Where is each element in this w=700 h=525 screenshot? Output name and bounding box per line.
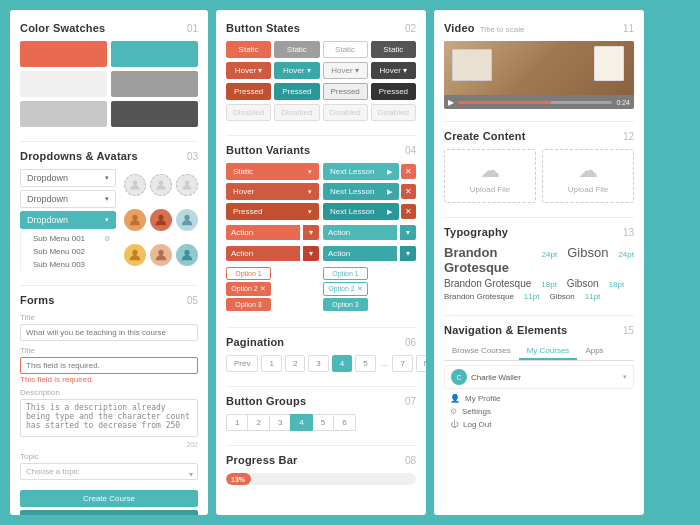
- play-icon[interactable]: ▶: [448, 98, 454, 107]
- submenu-3[interactable]: Sub Menu 003: [20, 258, 116, 271]
- upload-box-1[interactable]: ☁ Upload File: [444, 149, 536, 203]
- page-btn-4-active[interactable]: 4: [332, 355, 352, 372]
- btn-static-4[interactable]: Static: [371, 41, 416, 58]
- action-drop-4[interactable]: ▾: [400, 246, 416, 261]
- nav-user-row[interactable]: C Charlie Waller ▾: [444, 365, 634, 389]
- creating-button[interactable]: Your course is being created...: [20, 510, 198, 515]
- gbtn-2[interactable]: 2: [247, 414, 268, 431]
- svg-point-0: [133, 180, 138, 185]
- pagination-prev[interactable]: Prev: [226, 355, 258, 372]
- dropdown-2[interactable]: Dropdown ▾: [20, 190, 116, 208]
- dropdown-1[interactable]: Dropdown ▾: [20, 169, 116, 187]
- page-btn-7[interactable]: 7: [392, 355, 412, 372]
- progress-bar-number: 08: [405, 455, 416, 466]
- topic-select[interactable]: Choose a topic: [20, 463, 198, 480]
- button-states-title: Button States: [226, 22, 300, 34]
- submenu-2[interactable]: Sub Menu 002: [20, 245, 116, 258]
- nav-menu-profile[interactable]: 👤 My Profile: [444, 392, 634, 405]
- upload-box-2[interactable]: ☁ Upload File: [542, 149, 634, 203]
- submenu-1[interactable]: Sub Menu 001 ⚙: [20, 232, 116, 245]
- gbtn-5[interactable]: 5: [312, 414, 333, 431]
- option-3-2[interactable]: Option 3: [323, 298, 368, 311]
- btn-var-x-3[interactable]: ✕: [401, 204, 416, 219]
- dropdown-section: Dropdown ▾ Dropdown ▾ Dropdown ▾ Sub Men…: [20, 169, 116, 271]
- btn-hover-2[interactable]: Hover ▾: [274, 62, 319, 79]
- page-btn-3[interactable]: 3: [308, 355, 328, 372]
- create-course-button[interactable]: Create Course: [20, 490, 198, 507]
- btn-var-label-4: Next Lesson: [330, 187, 374, 196]
- typo-row-1: Brandon Grotesque 24pt Gibson 24pt: [444, 245, 634, 275]
- option-check-icon-2: ✕: [357, 285, 363, 292]
- upload-icon-1: ☁: [449, 158, 531, 182]
- action-drop-3[interactable]: ▾: [303, 246, 319, 261]
- gbtn-4-active[interactable]: 4: [290, 414, 311, 431]
- action-btn-3[interactable]: Action: [226, 246, 300, 261]
- gbtn-1[interactable]: 1: [226, 414, 247, 431]
- btn-hover-1[interactable]: Hover ▾: [226, 62, 271, 79]
- option-1-1[interactable]: Option 1: [226, 267, 271, 280]
- nav-menu-logout[interactable]: ⏻ Log Out: [444, 418, 634, 431]
- btn-pressed-4[interactable]: Pressed: [371, 83, 416, 100]
- typo-row-2: Brandon Grotesque 18pt Gibson 18pt: [444, 278, 634, 289]
- btn-static-1[interactable]: Static: [226, 41, 271, 58]
- nav-tab-browse[interactable]: Browse Courses: [444, 343, 519, 360]
- btn-pressed-2[interactable]: Pressed: [274, 83, 319, 100]
- nav-tab-my-courses[interactable]: My Courses: [519, 343, 578, 360]
- btn-static-3[interactable]: Static: [323, 41, 368, 58]
- action-btn-2[interactable]: Action: [323, 225, 397, 240]
- button-groups-header: Button Groups 07: [226, 395, 416, 407]
- nav-menu-settings[interactable]: ⚙ Settings: [444, 405, 634, 418]
- dropdown-3-active[interactable]: Dropdown ▾: [20, 211, 116, 229]
- btn-pressed-3[interactable]: Pressed: [323, 83, 368, 100]
- title-input[interactable]: [20, 324, 198, 341]
- pagination-section: Pagination 06 Prev 1 2 3 4 5 ... 7 Next: [226, 336, 416, 372]
- gbtn-3[interactable]: 3: [269, 414, 290, 431]
- pagination-number: 06: [405, 337, 416, 348]
- btn-disabled-2[interactable]: Disabled: [274, 104, 319, 121]
- btn-states-row-3: Pressed Pressed Pressed Pressed: [226, 83, 416, 100]
- color-swatches-header: Color Swatches 01: [20, 22, 198, 34]
- btn-hover-4[interactable]: Hover ▾: [371, 62, 416, 79]
- page-btn-1[interactable]: 1: [261, 355, 281, 372]
- action-btn-1[interactable]: Action: [226, 225, 300, 240]
- btn-pressed-1[interactable]: Pressed: [226, 83, 271, 100]
- btn-disabled-3[interactable]: Disabled: [323, 104, 368, 121]
- btn-var-next-1[interactable]: Next Lesson ▶: [323, 163, 399, 180]
- action-row-3: Action ▾: [226, 246, 319, 261]
- btn-var-static-1[interactable]: Static ▾: [226, 163, 319, 180]
- action-drop-2[interactable]: ▾: [400, 225, 416, 240]
- action-drop-1[interactable]: ▾: [303, 225, 319, 240]
- nav-tab-apps[interactable]: Apps: [577, 343, 611, 360]
- btn-static-2[interactable]: Static: [274, 41, 319, 58]
- action-btn-4[interactable]: Action: [323, 246, 397, 261]
- btn-var-next-3[interactable]: Next Lesson ▶: [323, 203, 399, 220]
- title2-input[interactable]: [20, 357, 198, 374]
- swatches-grid: [20, 41, 198, 127]
- option-3-1[interactable]: Option 3: [226, 298, 271, 311]
- svg-point-2: [185, 180, 190, 185]
- gbtn-6[interactable]: 6: [333, 414, 355, 431]
- option-2-2[interactable]: Option 2 ✕: [323, 282, 368, 296]
- video-time: 0:24: [616, 99, 630, 106]
- nav-menu-settings-label: Settings: [462, 407, 491, 416]
- btn-var-next-2[interactable]: Next Lesson ▶: [323, 183, 399, 200]
- svg-point-8: [184, 250, 189, 255]
- btn-var-x-1[interactable]: ✕: [401, 164, 416, 179]
- option-1-2[interactable]: Option 1: [323, 267, 368, 280]
- btn-var-x-2[interactable]: ✕: [401, 184, 416, 199]
- btn-disabled-1[interactable]: Disabled: [226, 104, 271, 121]
- btn-var-hover-1[interactable]: Hover ▾: [226, 183, 319, 200]
- btn-disabled-4[interactable]: Disabled: [371, 104, 416, 121]
- svg-point-1: [159, 180, 164, 185]
- page-btn-2[interactable]: 2: [285, 355, 305, 372]
- dropdown-3-label: Dropdown: [27, 215, 68, 225]
- desc-label: Description: [20, 388, 198, 397]
- btn-hover-3[interactable]: Hover ▾: [323, 62, 368, 79]
- page-btn-5[interactable]: 5: [355, 355, 375, 372]
- option-2-1[interactable]: Option 2 ✕: [226, 282, 271, 296]
- desc-textarea[interactable]: This is a description already being type…: [20, 399, 198, 437]
- typo-alt-size-2: 18pt: [609, 280, 625, 289]
- btn-var-pressed-1[interactable]: Pressed ▾: [226, 203, 319, 220]
- pagination-next[interactable]: Next: [416, 355, 426, 372]
- progress-bar-section: Progress Bar 08 13%: [226, 454, 416, 485]
